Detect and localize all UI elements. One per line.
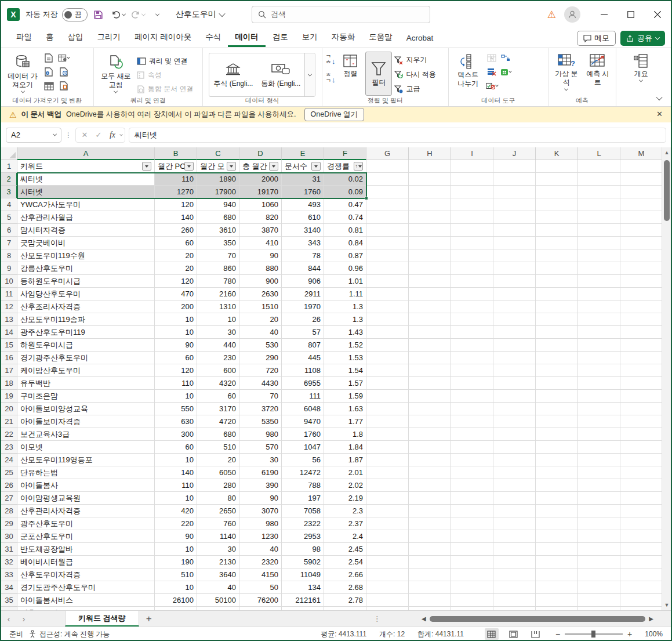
cell-L35[interactable]: [578, 594, 620, 607]
cell-K19[interactable]: [536, 390, 578, 403]
vertical-scrollbar[interactable]: ▲ ▼: [662, 147, 671, 610]
qat-customize-button[interactable]: [149, 6, 166, 23]
sheet-tab-active[interactable]: 키워드 검색량: [65, 611, 139, 626]
cell-B25[interactable]: 140: [155, 466, 197, 479]
cell-K12[interactable]: [536, 300, 578, 313]
cell-D16[interactable]: 290: [239, 352, 282, 364]
cell-C14[interactable]: 30: [197, 326, 239, 339]
cell-A10[interactable]: 등하원도우미시급: [17, 275, 155, 288]
column-header-H[interactable]: H: [409, 147, 451, 160]
cell-F13[interactable]: 1.3: [324, 313, 366, 326]
cell-F9[interactable]: 0.96: [324, 262, 366, 275]
header-cell-B[interactable]: 월간 PC: [155, 160, 197, 173]
cell-H16[interactable]: [409, 352, 451, 364]
cell-J5[interactable]: [493, 211, 536, 224]
cell-H32[interactable]: [409, 556, 451, 568]
remove-duplicates-icon[interactable]: [486, 67, 497, 77]
cell-J17[interactable]: [493, 364, 536, 377]
cell-M2[interactable]: [620, 173, 663, 186]
cell-F22[interactable]: 1.8: [324, 428, 366, 441]
tab-file[interactable]: 파일: [9, 28, 39, 47]
cell-G8[interactable]: [366, 249, 409, 262]
cell-I19[interactable]: [451, 390, 493, 403]
tab-automate[interactable]: 자동화: [325, 28, 362, 47]
row-header-8[interactable]: 8: [1, 249, 17, 262]
cell-I9[interactable]: [451, 262, 493, 275]
select-all-button[interactable]: [1, 147, 17, 160]
filter-dropdown-button[interactable]: [184, 162, 194, 171]
row-header-2[interactable]: 2: [1, 173, 17, 186]
cell-I2[interactable]: [451, 173, 493, 186]
comments-button[interactable]: 메모: [577, 31, 616, 46]
cell-B11[interactable]: 470: [155, 288, 197, 300]
cell-B26[interactable]: 110: [155, 479, 197, 492]
cell-B18[interactable]: 110: [155, 377, 197, 390]
cell-H5[interactable]: [409, 211, 451, 224]
cell-I26[interactable]: [451, 479, 493, 492]
cell-F14[interactable]: 1.43: [324, 326, 366, 339]
cell-G2[interactable]: [366, 173, 409, 186]
cell-J32[interactable]: [493, 556, 536, 568]
cell-G33[interactable]: [366, 568, 409, 581]
cell-E19[interactable]: 111: [282, 390, 324, 403]
cell-M19[interactable]: [620, 390, 663, 403]
cell-A5[interactable]: 산후관리사월급: [17, 211, 155, 224]
cell-J30[interactable]: [493, 530, 536, 543]
cell-F3[interactable]: 0.09: [324, 186, 366, 198]
cell-D7[interactable]: 410: [239, 237, 282, 249]
consolidate-icon[interactable]: [500, 53, 511, 63]
cell-F21[interactable]: 1.77: [324, 415, 366, 428]
cell-E30[interactable]: 2953: [282, 530, 324, 543]
cell-G21[interactable]: [366, 415, 409, 428]
cell-D18[interactable]: 4430: [239, 377, 282, 390]
header-cell-K[interactable]: [536, 160, 578, 173]
cell-E5[interactable]: 610: [282, 211, 324, 224]
cell-I31[interactable]: [451, 543, 493, 556]
cell-L33[interactable]: [578, 568, 620, 581]
cell-G28[interactable]: [366, 505, 409, 517]
cell-H29[interactable]: [409, 517, 451, 530]
row-header-34[interactable]: 34: [1, 581, 17, 594]
header-cell-M[interactable]: [620, 160, 663, 173]
reapply-filter-button[interactable]: 다시 적용: [394, 68, 435, 81]
cell-J11[interactable]: [493, 288, 536, 300]
cell-M29[interactable]: [620, 517, 663, 530]
cell-B5[interactable]: 140: [155, 211, 197, 224]
accessibility-status[interactable]: 접근성: 계속 진행 가능: [29, 629, 110, 639]
get-data-button[interactable]: 데이터 가져오기: [5, 52, 41, 95]
data-types-more-button[interactable]: [304, 53, 315, 96]
sort-button[interactable]: 정렬: [337, 52, 363, 80]
formula-input[interactable]: 씨터넷: [129, 128, 666, 143]
cell-E34[interactable]: 134: [282, 581, 324, 594]
document-title[interactable]: 산후도우미: [176, 9, 224, 20]
cell-H8[interactable]: [409, 249, 451, 262]
cell-A23[interactable]: 이모넷: [17, 441, 155, 454]
cell-B14[interactable]: 10: [155, 326, 197, 339]
cell-C31[interactable]: 30: [197, 543, 239, 556]
cell-G5[interactable]: [366, 211, 409, 224]
cell-F11[interactable]: 1.11: [324, 288, 366, 300]
cell-L3[interactable]: [578, 186, 620, 198]
cell-I3[interactable]: [451, 186, 493, 198]
cell-C18[interactable]: 4320: [197, 377, 239, 390]
cell-C4[interactable]: 940: [197, 198, 239, 211]
cell-H3[interactable]: [409, 186, 451, 198]
cell-G9[interactable]: [366, 262, 409, 275]
cell-L10[interactable]: [578, 275, 620, 288]
cell-H33[interactable]: [409, 568, 451, 581]
row-header-25[interactable]: 25: [1, 466, 17, 479]
cell-L21[interactable]: [578, 415, 620, 428]
cell-L7[interactable]: [578, 237, 620, 249]
cell-M6[interactable]: [620, 224, 663, 237]
cell-A22[interactable]: 보건교육사3급: [17, 428, 155, 441]
cell-H26[interactable]: [409, 479, 451, 492]
column-header-J[interactable]: J: [493, 147, 536, 160]
row-header-3[interactable]: 3: [1, 186, 17, 198]
cell-C16[interactable]: 230: [197, 352, 239, 364]
cell-E25[interactable]: 12472: [282, 466, 324, 479]
cell-A21[interactable]: 아이돌보미자격증: [17, 415, 155, 428]
tab-draw[interactable]: 그리기: [90, 28, 128, 47]
row-header-11[interactable]: 11: [1, 288, 17, 300]
cell-I14[interactable]: [451, 326, 493, 339]
cell-L28[interactable]: [578, 505, 620, 517]
